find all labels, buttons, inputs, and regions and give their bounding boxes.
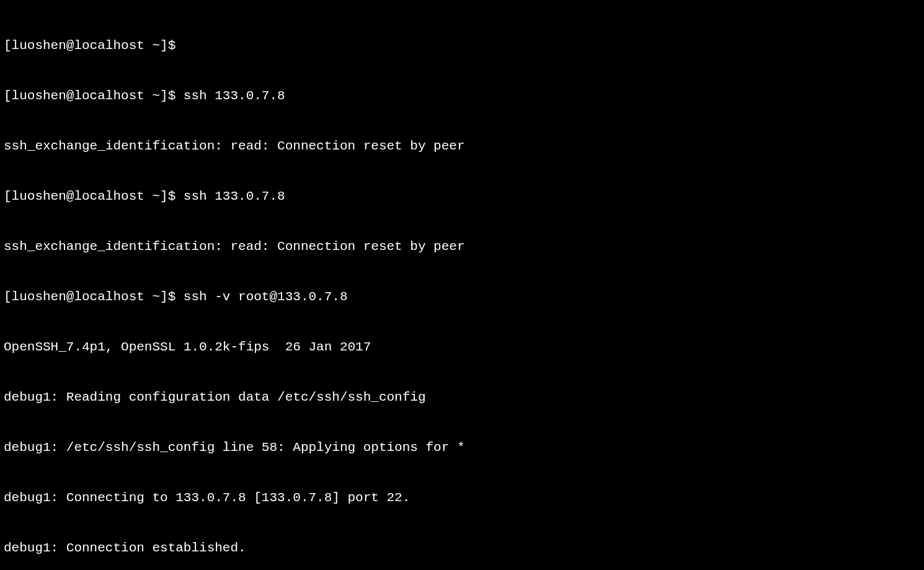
terminal-line: debug1: Connection established. [4,540,920,556]
terminal-line: debug1: Connecting to 133.0.7.8 [133.0.7… [4,489,920,506]
terminal-window[interactable]: [luoshen@localhost ~]$ [luoshen@localhos… [0,0,924,570]
terminal-line: OpenSSH_7.4p1, OpenSSL 1.0.2k-fips 26 Ja… [4,339,920,355]
terminal-line: ssh_exchange_identification: read: Conne… [4,138,920,154]
terminal-line: [luoshen@localhost ~]$ ssh 133.0.7.8 [4,87,920,104]
terminal-line: [luoshen@localhost ~]$ ssh 133.0.7.8 [4,188,920,205]
terminal-line: debug1: /etc/ssh/ssh_config line 58: App… [4,439,920,456]
terminal-line: [luoshen@localhost ~]$ [4,37,920,54]
terminal-line: debug1: Reading configuration data /etc/… [4,389,920,406]
terminal-line: [luoshen@localhost ~]$ ssh -v root@133.0… [4,288,920,305]
terminal-line: ssh_exchange_identification: read: Conne… [4,238,920,255]
